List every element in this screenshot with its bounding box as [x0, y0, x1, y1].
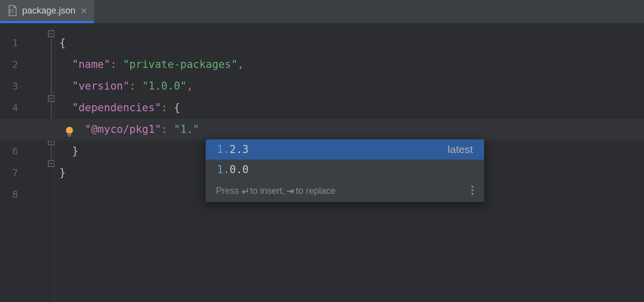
tab-label: package.json: [22, 6, 75, 16]
version-tag: latest: [448, 143, 473, 156]
line-number: 8: [0, 184, 23, 205]
more-options-icon[interactable]: [471, 185, 474, 197]
code-line[interactable]: "dependencies": {: [54, 97, 644, 119]
fold-column: [23, 23, 54, 302]
code-line[interactable]: {: [54, 32, 644, 54]
line-number: 7: [0, 162, 23, 184]
enter-key-icon: [240, 188, 249, 195]
line-number: 3: [0, 76, 23, 97]
tab-bar: package.json ×: [0, 0, 644, 23]
line-number: 2: [0, 54, 23, 76]
version-label: 1.0.0: [217, 164, 473, 176]
code-line[interactable]: "@myco/pkg1": "1.": [54, 119, 644, 140]
autocomplete-popup: 1.2.3latest1.0.0 Press to insert, to rep…: [205, 139, 485, 202]
svg-point-6: [471, 186, 473, 188]
tab-key-icon: [286, 188, 295, 195]
line-number: 1: [0, 32, 23, 54]
autocomplete-item[interactable]: 1.0.0: [206, 160, 484, 180]
code-line[interactable]: "version": "1.0.0",: [54, 76, 644, 97]
autocomplete-item[interactable]: 1.2.3latest: [206, 139, 484, 160]
line-number: 4: [0, 97, 23, 119]
code-line[interactable]: "name": "private-packages",: [54, 54, 644, 76]
json-file-icon: [7, 5, 17, 16]
version-label: 1.2.3: [217, 143, 448, 156]
svg-point-8: [471, 193, 473, 195]
line-number-gutter: 12345678: [0, 23, 23, 302]
tab-package-json[interactable]: package.json ×: [0, 0, 94, 23]
line-number: 6: [0, 140, 23, 162]
popup-footer: Press to insert, to replace: [206, 180, 484, 202]
popup-hint: Press to insert, to replace: [216, 186, 336, 196]
close-icon[interactable]: ×: [80, 5, 87, 16]
svg-point-7: [471, 189, 473, 191]
